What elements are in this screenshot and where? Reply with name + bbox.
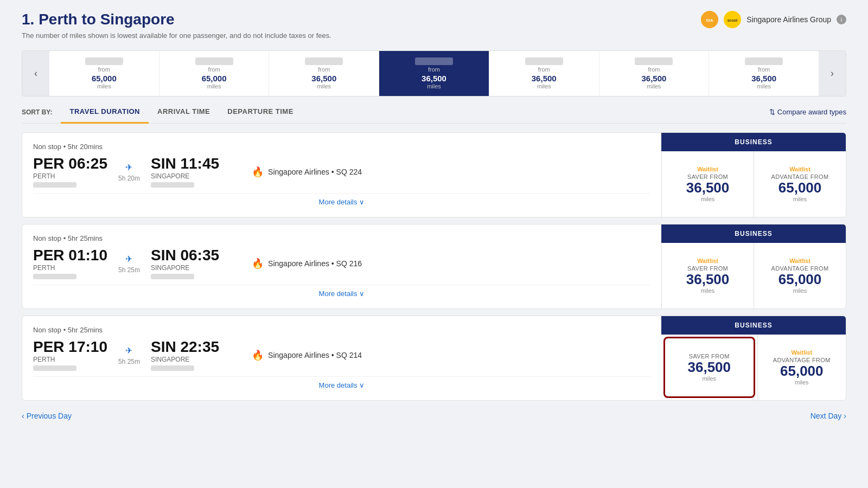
airline-flame-icon: 🔥 bbox=[252, 166, 264, 178]
depart-block: PER 01:10 PERTH bbox=[33, 248, 107, 279]
arrive-block: SIN 06:35 SINGAPORE bbox=[151, 248, 219, 279]
date-carousel: ‹ from 65,000 miles from 65,000 miles fr… bbox=[22, 50, 846, 97]
miles-value: 65,000 bbox=[92, 74, 117, 83]
previous-day-button[interactable]: ‹ Previous Day bbox=[22, 412, 72, 420]
airline-name: Singapore Airlines • SQ 216 bbox=[268, 259, 362, 268]
duration-block: ✈ 5h 20m bbox=[118, 162, 140, 182]
date-carousel-item-1[interactable]: from 65,000 miles bbox=[159, 51, 270, 96]
more-details-button[interactable]: More details ∨ bbox=[33, 285, 650, 302]
svg-text:SIA: SIA bbox=[706, 18, 714, 23]
date-carousel-item-0[interactable]: from 65,000 miles bbox=[49, 51, 159, 96]
flight-list: Non stop • 5hr 20mins PER 06:25 PERTH ✈ … bbox=[22, 132, 846, 401]
advantage-cell[interactable]: Waitlist ADVANTAGE FROM 65,000 miles bbox=[754, 151, 846, 217]
nav-footer: ‹ Previous Day Next Day › bbox=[22, 412, 846, 420]
miles-value: 36,500 bbox=[532, 74, 557, 83]
depart-date-blurred bbox=[33, 274, 76, 279]
chevron-down-icon: ∨ bbox=[359, 381, 365, 389]
miles-unit: miles bbox=[97, 83, 111, 89]
date-carousel-item-5[interactable]: from 36,500 miles bbox=[599, 51, 710, 96]
flight-card-1: Non stop • 5hr 25mins PER 01:10 PERTH ✈ … bbox=[22, 224, 846, 309]
from-label: from bbox=[318, 66, 330, 73]
advantage-miles: 65,000 bbox=[780, 363, 824, 379]
chevron-down-icon: ∨ bbox=[359, 290, 365, 298]
next-chevron-icon: › bbox=[844, 412, 846, 420]
sort-tab-travel-duration[interactable]: TRAVEL DURATION bbox=[61, 107, 149, 124]
arrive-airport: SINGAPORE bbox=[151, 356, 219, 363]
carousel-prev-arrow[interactable]: ‹ bbox=[22, 51, 49, 96]
from-label: from bbox=[428, 66, 440, 73]
flight-type: Non stop • 5hr 25mins bbox=[33, 326, 650, 334]
miles-value: 36,500 bbox=[642, 74, 667, 83]
award-header: BUSINESS bbox=[661, 224, 846, 243]
duration-line: ✈ bbox=[125, 254, 132, 264]
info-icon[interactable]: i bbox=[837, 15, 846, 24]
more-details-button[interactable]: More details ∨ bbox=[33, 193, 650, 210]
compare-award-types-button[interactable]: ⇅ Compare award types bbox=[769, 108, 846, 123]
saver-cell[interactable]: SAVER FROM 36,500 miles bbox=[663, 337, 755, 398]
advantage-unit: miles bbox=[795, 379, 809, 386]
advantage-waitlist-label: Waitlist bbox=[791, 349, 812, 356]
from-label: from bbox=[648, 66, 660, 73]
date-items: from 65,000 miles from 65,000 miles from… bbox=[49, 51, 819, 96]
duration-line: ✈ bbox=[125, 345, 132, 356]
arrive-block: SIN 22:35 SINGAPORE bbox=[151, 339, 219, 371]
depart-time: PER 17:10 bbox=[33, 339, 107, 355]
carousel-next-arrow[interactable]: › bbox=[819, 51, 846, 96]
page-subtitle: The number of miles shown is lowest avai… bbox=[22, 31, 331, 40]
miles-unit: miles bbox=[317, 83, 331, 89]
arrive-time: SIN 11:45 bbox=[151, 156, 219, 171]
advantage-unit: miles bbox=[793, 196, 807, 202]
duration-block: ✈ 5h 25m bbox=[118, 345, 140, 365]
more-details-button[interactable]: More details ∨ bbox=[33, 376, 650, 394]
airline-row: 🔥 Singapore Airlines • SQ 214 bbox=[252, 349, 362, 361]
arrive-airport: SINGAPORE bbox=[151, 264, 219, 272]
duration-text: 5h 25m bbox=[118, 266, 140, 274]
award-cells: Waitlist SAVER FROM 36,500 miles Waitlis… bbox=[661, 151, 846, 217]
airline-group-label: Singapore Airlines Group bbox=[746, 15, 831, 24]
advantage-unit: miles bbox=[793, 287, 807, 294]
sort-tab-arrival-time[interactable]: ARRIVAL TIME bbox=[149, 107, 219, 124]
duration-text: 5h 20m bbox=[118, 175, 140, 182]
from-label: from bbox=[98, 66, 110, 73]
miles-value: 36,500 bbox=[422, 74, 446, 83]
advantage-cell[interactable]: Waitlist ADVANTAGE FROM 65,000 miles bbox=[757, 335, 846, 400]
next-day-button[interactable]: Next Day › bbox=[810, 412, 846, 420]
flight-times: PER 06:25 PERTH ✈ 5h 20m SIN 11:45 SINGA… bbox=[33, 156, 650, 188]
award-columns-1: BUSINESS Waitlist SAVER FROM 36,500 mile… bbox=[661, 224, 846, 309]
sort-tab-departure-time[interactable]: DEPARTURE TIME bbox=[219, 107, 302, 124]
from-label: from bbox=[208, 66, 220, 73]
flight-type: Non stop • 5hr 25mins bbox=[33, 234, 650, 242]
depart-block: PER 06:25 PERTH bbox=[33, 156, 107, 188]
depart-airport: PERTH bbox=[33, 264, 107, 272]
plane-icon: ✈ bbox=[125, 162, 132, 172]
advantage-cell[interactable]: Waitlist ADVANTAGE FROM 65,000 miles bbox=[754, 243, 846, 309]
date-label-blurred bbox=[195, 57, 233, 65]
date-carousel-item-6[interactable]: from 36,500 miles bbox=[709, 51, 819, 96]
date-carousel-item-4[interactable]: from 36,500 miles bbox=[489, 51, 599, 96]
date-carousel-item-3[interactable]: from 36,500 miles bbox=[379, 51, 489, 96]
page-title: 1. Perth to Singapore bbox=[22, 11, 331, 28]
award-cells: Waitlist SAVER FROM 36,500 miles Waitlis… bbox=[661, 243, 846, 309]
airline-name: Singapore Airlines • SQ 224 bbox=[268, 168, 362, 176]
advantage-miles: 65,000 bbox=[778, 180, 822, 196]
miles-value: 36,500 bbox=[311, 74, 336, 83]
advantage-miles: 65,000 bbox=[778, 272, 822, 287]
flight-card-0: Non stop • 5hr 20mins PER 06:25 PERTH ✈ … bbox=[22, 132, 846, 217]
plane-icon: ✈ bbox=[125, 345, 132, 356]
award-columns-2: BUSINESS SAVER FROM 36,500 miles Waitlis… bbox=[661, 316, 846, 400]
depart-block: PER 17:10 PERTH bbox=[33, 339, 107, 371]
saver-cell[interactable]: Waitlist SAVER FROM 36,500 miles bbox=[661, 151, 754, 217]
saver-miles: 36,500 bbox=[686, 180, 730, 196]
depart-airport: PERTH bbox=[33, 172, 107, 180]
saver-cell[interactable]: Waitlist SAVER FROM 36,500 miles bbox=[661, 243, 754, 309]
saver-miles: 36,500 bbox=[686, 272, 730, 287]
advantage-waitlist-label: Waitlist bbox=[789, 166, 810, 172]
miles-unit: miles bbox=[647, 83, 661, 89]
miles-value: 36,500 bbox=[751, 74, 776, 83]
date-carousel-item-2[interactable]: from 36,500 miles bbox=[269, 51, 379, 96]
duration-line: ✈ bbox=[125, 162, 132, 172]
award-header: BUSINESS bbox=[661, 133, 846, 151]
prev-chevron-icon: ‹ bbox=[22, 412, 24, 420]
scoot-logo: scoot bbox=[724, 11, 741, 28]
award-header: BUSINESS bbox=[661, 316, 846, 335]
